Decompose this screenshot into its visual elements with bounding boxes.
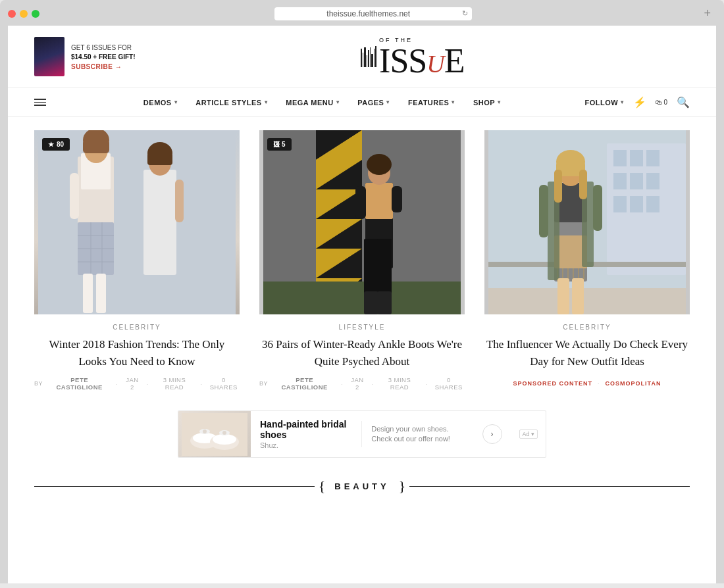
- nav-arrow-features: ▾: [452, 99, 455, 105]
- svg-rect-6: [70, 173, 79, 219]
- svg-rect-35: [365, 183, 393, 219]
- photo-icon: 🖼: [273, 141, 280, 148]
- article-badge-1: ★ 80: [42, 138, 70, 151]
- svg-point-85: [222, 431, 226, 435]
- svg-rect-77: [182, 413, 247, 456]
- article-meta-1: BY PETE CASTIGLIONE · JAN 2 · 3 MINS REA…: [34, 376, 240, 391]
- tag-sep: ·: [598, 380, 600, 387]
- nav-label-shop: SHOP: [473, 99, 495, 107]
- hamburger-menu[interactable]: [34, 99, 46, 106]
- article-title-2[interactable]: 36 Pairs of Winter-Ready Ankle Boots We'…: [259, 336, 465, 370]
- cart-count: 0: [663, 99, 667, 106]
- address-bar[interactable]: theissue.fuelthemes.net: [274, 7, 472, 20]
- svg-rect-56: [488, 288, 686, 314]
- section-line-left: [34, 486, 315, 487]
- nav-links: DEMOS ▾ ARTICLE STYLES ▾ MEGA MENU ▾ PAG…: [59, 88, 585, 117]
- svg-rect-39: [392, 186, 402, 212]
- ad-brand: Shuz.: [260, 441, 352, 449]
- main-content: ★ 80 CELEBRITY Winter 2018 Fashion Trend…: [8, 117, 716, 508]
- nav-item-article-styles[interactable]: ARTICLE STYLES ▾: [186, 88, 276, 117]
- ad-image: [178, 410, 251, 458]
- article-card-2: 🖼 5 LIFESTYLE 36 Pairs of Winter-Ready A…: [259, 130, 465, 391]
- svg-rect-74: [593, 185, 602, 231]
- svg-rect-19: [175, 180, 184, 222]
- maximize-button[interactable]: [32, 10, 39, 18]
- close-button[interactable]: [8, 10, 16, 18]
- section-bracket-right: }: [399, 478, 406, 495]
- cart-icon[interactable]: 🛍 0: [656, 99, 667, 106]
- article-title-3[interactable]: The Influencer We Actually Do Check Ever…: [484, 336, 690, 370]
- svg-point-83: [213, 434, 236, 445]
- svg-rect-0: [38, 130, 236, 314]
- url-text: theissue.fuelthemes.net: [326, 9, 410, 18]
- nav-label-features: FEATURES: [408, 99, 449, 107]
- svg-rect-13: [83, 274, 93, 313]
- svg-rect-40: [364, 239, 378, 298]
- barcode-decoration: [361, 46, 376, 67]
- hamburger-line-2: [34, 102, 46, 103]
- nav-label-mega-menu: MEGA MENU: [286, 99, 334, 107]
- new-tab-button[interactable]: +: [698, 7, 716, 20]
- follow-button[interactable]: FOLLOW ▾: [585, 99, 624, 107]
- svg-rect-18: [147, 153, 172, 165]
- hamburger-line-1: [34, 99, 46, 100]
- article-title-1[interactable]: Winter 2018 Fashion Trends: The Only Loo…: [34, 336, 240, 370]
- svg-rect-53: [630, 196, 643, 212]
- nav-arrow-mega-menu: ▾: [336, 99, 340, 105]
- star-icon: ★: [48, 141, 54, 148]
- svg-rect-75: [557, 278, 569, 314]
- tag-cosmopolitan: COSMOPOLITAN: [606, 380, 661, 387]
- tag-sponsored: SPONSORED CONTENT: [513, 380, 593, 387]
- nav-item-features[interactable]: FEATURES ▾: [399, 88, 464, 117]
- svg-point-81: [203, 429, 207, 433]
- search-icon[interactable]: 🔍: [677, 96, 690, 109]
- svg-rect-38: [355, 186, 366, 219]
- article-image-1[interactable]: ★ 80: [34, 130, 240, 314]
- svg-rect-43: [377, 291, 392, 314]
- logo-small: of the: [379, 37, 413, 43]
- ad-right: Ad ▾: [511, 424, 546, 444]
- section-title-beauty: { BEAUTY }: [34, 478, 690, 495]
- article-author-1: PETE CASTIGLIONE: [48, 376, 111, 391]
- magazine-thumbnail: [34, 37, 65, 76]
- nav-arrow-demos: ▾: [174, 99, 178, 105]
- badge-value-1: 80: [57, 141, 64, 148]
- nav-label-demos: DEMOS: [143, 99, 172, 107]
- nav-item-demos[interactable]: DEMOS ▾: [134, 88, 186, 117]
- article-badge-2: 🖼 5: [267, 138, 292, 151]
- nav-item-shop[interactable]: SHOP ▾: [464, 88, 510, 117]
- reload-icon[interactable]: ↻: [462, 9, 468, 18]
- subscribe-label: SUBSCRIBE →: [71, 63, 122, 70]
- nav-arrow-pages: ▾: [386, 99, 390, 105]
- minimize-button[interactable]: [20, 10, 28, 18]
- promo-price: $14.50 + FREE GIFT!: [71, 53, 136, 62]
- ad-content: Hand-painted bridal shoes Shuz.: [251, 412, 361, 456]
- article-date-1: JAN 2: [123, 376, 141, 391]
- svg-rect-48: [646, 150, 659, 166]
- hamburger-line-3: [34, 105, 46, 106]
- article-card-3: CELEBRITY The Influencer We Actually Do …: [484, 130, 690, 391]
- logo-accent: U: [427, 50, 444, 78]
- svg-rect-52: [613, 196, 627, 212]
- section-title-text: BEAUTY: [329, 481, 394, 491]
- lightning-icon[interactable]: ⚡: [633, 96, 646, 109]
- ad-banner: Hand-painted bridal shoes Shuz. Design y…: [178, 410, 546, 458]
- article-image-3[interactable]: [484, 130, 690, 314]
- article-date-2: JAN 2: [348, 376, 366, 391]
- article-image-2[interactable]: 🖼 5: [259, 130, 465, 314]
- svg-rect-5: [83, 140, 109, 153]
- article-read-1: 3 MINS READ: [154, 376, 195, 391]
- nav-item-pages[interactable]: PAGES ▾: [348, 88, 399, 117]
- article-shares-2: 0 SHARES: [433, 376, 465, 391]
- svg-rect-76: [572, 278, 584, 314]
- subscribe-link[interactable]: SUBSCRIBE →: [71, 63, 136, 70]
- nav-item-mega-menu[interactable]: MEGA MENU ▾: [276, 88, 348, 117]
- site-logo[interactable]: of the ISSUE: [361, 35, 464, 78]
- nav-right: FOLLOW ▾ ⚡ 🛍 0 🔍: [585, 96, 690, 109]
- ad-arrow-button[interactable]: ›: [482, 424, 502, 444]
- meta-sep-1: ·: [116, 380, 118, 387]
- svg-rect-14: [96, 274, 106, 313]
- ad-label[interactable]: Ad ▾: [519, 429, 538, 439]
- section-line-right: [409, 486, 690, 487]
- article-category-2: LIFESTYLE: [259, 324, 465, 331]
